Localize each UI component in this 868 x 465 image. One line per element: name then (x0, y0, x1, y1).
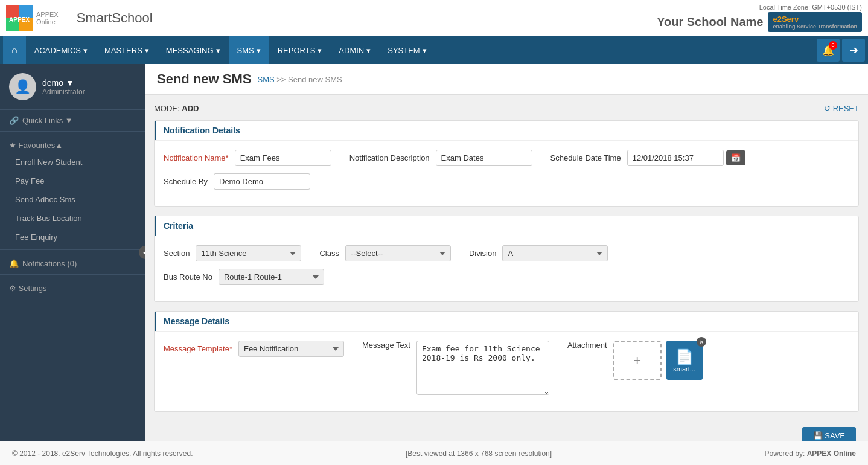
favourites-section[interactable]: ★ Favourites▲ (0, 135, 145, 153)
chevron-down-icon: ▾ (318, 46, 322, 55)
section-group: Section 11th Science 10th Science (164, 245, 301, 261)
reset-button[interactable]: ↺ RESET (824, 104, 859, 113)
notification-desc-group: Notification Description (349, 150, 532, 166)
notification-details-header: Notification Details (155, 121, 858, 141)
top-bar: APPEX APPEX Online SmartSchool Local Tim… (0, 0, 868, 36)
chevron-down-icon: ▾ (145, 46, 149, 55)
schedule-datetime-input[interactable] (627, 150, 724, 166)
criteria-body: Section 11th Science 10th Science Class … (155, 236, 858, 301)
link-icon: 🔗 (9, 116, 19, 125)
schedule-datetime-group: Schedule Date Time 📅 (550, 150, 745, 166)
save-bar: 💾 SAVE (154, 421, 859, 441)
notification-name-input[interactable] (235, 150, 331, 166)
sidebar-item-sendadhoc[interactable]: Send Adhoc Sms (0, 190, 145, 209)
notification-details-panel: Notification Details Notification Name* … (154, 120, 859, 207)
sidebar-divider-2 (0, 249, 145, 250)
message-details-body: Message Template* Fee Notification Gener… (155, 332, 858, 411)
schedule-by-label: Schedule By (164, 177, 208, 186)
attachment-file: 📄 smart... ✕ (666, 341, 703, 380)
attachment-label: Attachment (567, 341, 607, 350)
page-title: Send new SMS (157, 71, 251, 87)
sidebar-item-feeenquiry[interactable]: Fee Enquiry (0, 228, 145, 246)
user-info: demo ▼ Administrator (42, 78, 85, 96)
notification-name-group: Notification Name* (164, 150, 331, 166)
division-select[interactable]: A B C (502, 245, 608, 261)
save-button[interactable]: 💾 SAVE (802, 427, 856, 441)
timezone: Local Time Zone: GMT+0530 (IST) (759, 4, 862, 11)
attachment-remove-button[interactable]: ✕ (697, 337, 706, 347)
section-select[interactable]: 11th Science 10th Science (196, 245, 301, 261)
chevron-down-icon: ▾ (257, 46, 261, 55)
mode-indicator: MODE: ADD (154, 104, 199, 113)
message-text-input[interactable]: Exam fee for 11th Science 2018-19 is Rs … (416, 341, 549, 395)
notification-row-2: Schedule By (164, 173, 849, 190)
notification-details-body: Notification Name* Notification Descript… (155, 141, 858, 206)
template-group: Message Template* Fee Notification Gener… (164, 341, 344, 357)
brand-tagline: enabling Service Transformation (773, 24, 857, 30)
message-details-panel: Message Details Message Template* Fee No… (154, 311, 859, 412)
class-select[interactable]: --Select-- Class 10 Class 11 (345, 245, 451, 261)
criteria-header: Criteria (155, 216, 858, 236)
criteria-row-1: Section 11th Science 10th Science Class … (164, 245, 849, 261)
logout-button[interactable]: ➜ (842, 39, 865, 62)
schedule-by-input[interactable] (214, 173, 310, 190)
division-label: Division (469, 249, 497, 258)
top-bar-right: Local Time Zone: GMT+0530 (IST) Your Sch… (657, 4, 862, 32)
quick-links-section[interactable]: 🔗 Quick Links ▼ (0, 110, 145, 128)
settings-section[interactable]: ⚙ Settings (0, 278, 145, 296)
sidebar-divider-1 (0, 131, 145, 132)
chevron-down-icon: ▾ (423, 46, 427, 55)
sidebar-item-trackbus[interactable]: Track Bus Location (0, 209, 145, 228)
nav-reports[interactable]: REPORTS ▾ (269, 36, 331, 64)
sidebar-item-payfee[interactable]: Pay Fee (0, 172, 145, 190)
nav-system[interactable]: SYSTEM ▾ (379, 36, 435, 64)
attachment-drop-zone[interactable]: + (613, 341, 662, 380)
notifications-section[interactable]: 🔔 Notifications (0) (0, 253, 145, 271)
message-text-label: Message Text (362, 341, 410, 350)
bus-route-label: Bus Route No (164, 272, 212, 281)
svg-text:APPEX: APPEX (9, 16, 30, 23)
breadcrumb-sms[interactable]: SMS (257, 75, 274, 84)
nav-admin[interactable]: ADMIN ▾ (330, 36, 379, 64)
message-row-1: Message Template* Fee Notification Gener… (164, 341, 849, 395)
nav-masters[interactable]: MASTERS ▾ (96, 36, 158, 64)
attachment-area: + 📄 smart... ✕ (613, 341, 703, 380)
notification-desc-label: Notification Description (349, 153, 430, 162)
schedule-by-group: Schedule By (164, 173, 310, 190)
main-content: Send new SMS SMS >> Send new SMS MODE: A… (145, 64, 868, 441)
mode-bar: MODE: ADD ↺ RESET (154, 104, 859, 113)
template-select[interactable]: Fee Notification General Notification Ex… (238, 341, 344, 357)
nav-academics[interactable]: ACADEMICS ▾ (26, 36, 96, 64)
user-area: 👤 demo ▼ Administrator (0, 64, 145, 110)
sidebar-divider-3 (0, 274, 145, 275)
nav-sms[interactable]: SMS ▾ (229, 36, 269, 64)
bus-route-group: Bus Route No Route-1 Route-1 Route-2 Rou… (164, 269, 324, 285)
top-bar-left: APPEX APPEX Online SmartSchool (6, 5, 153, 31)
calendar-button[interactable]: 📅 (726, 150, 745, 165)
username: demo ▼ (42, 78, 85, 88)
school-brand: Your School Name e2Serv enabling Service… (657, 12, 862, 32)
plus-icon: + (633, 353, 641, 368)
bus-route-select[interactable]: Route-1 Route-1 Route-2 Route-2 (219, 269, 324, 285)
footer-resolution: [Best viewed at 1366 x 768 screen resolu… (406, 449, 552, 458)
user-role: Administrator (42, 88, 85, 96)
breadcrumb-current: Send new SMS (288, 75, 342, 84)
footer-copyright: © 2012 - 2018. e2Serv Technologies. All … (12, 449, 193, 458)
chevron-down-icon: ▾ (83, 46, 88, 55)
schedule-datetime-label: Schedule Date Time (550, 153, 621, 162)
sidebar-item-enroll[interactable]: Enroll New Student (0, 153, 145, 172)
nav-bar: ⌂ ACADEMICS ▾ MASTERS ▾ MESSAGING ▾ SMS … (0, 36, 868, 64)
home-button[interactable]: ⌂ (3, 36, 26, 64)
breadcrumb: SMS >> Send new SMS (257, 75, 342, 84)
notification-desc-input[interactable] (436, 150, 532, 166)
page-content-area: MODE: ADD ↺ RESET Notification Details N… (145, 95, 868, 441)
bell-icon: 🔔 (9, 259, 19, 268)
nav-messaging[interactable]: MESSAGING ▾ (158, 36, 229, 64)
message-text-group: Message Text Exam fee for 11th Science 2… (362, 341, 549, 395)
sidebar: 👤 demo ▼ Administrator 🔗 Quick Links ▼ ★… (0, 64, 145, 441)
avatar: 👤 (9, 73, 36, 100)
notification-name-label: Notification Name* (164, 153, 229, 162)
message-details-header: Message Details (155, 312, 858, 332)
footer-powered: Powered by: APPEX Online (765, 449, 856, 458)
notification-bell[interactable]: 🔔 0 (817, 39, 840, 62)
